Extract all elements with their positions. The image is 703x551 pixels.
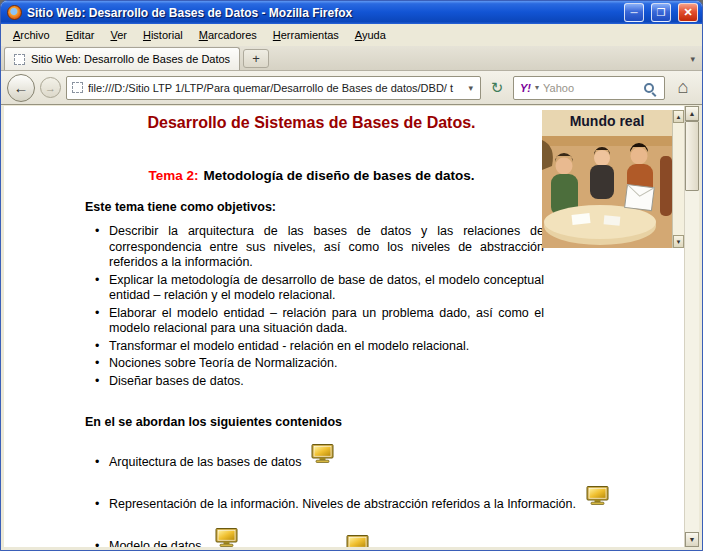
page-content: Desarrollo de Sistemas de Bases de Datos… [4, 106, 699, 547]
minimize-button[interactable]: ─ [624, 3, 644, 22]
menubar: Archivo Editar Ver Historial Marcadores … [1, 24, 702, 46]
tema-heading: Tema 2:Metodología de diseño de bases de… [79, 168, 544, 183]
list-item: •Nociones sobre Teoría de Normalización. [79, 356, 544, 372]
list-item: • Modelo de datos. [79, 536, 544, 547]
computer-icon[interactable] [215, 528, 238, 547]
scroll-up-icon[interactable]: ▲ [685, 106, 699, 121]
urlbar-dropdown-icon[interactable]: ▾ [466, 83, 475, 93]
computer-icon[interactable] [311, 444, 334, 463]
menu-editar[interactable]: Editar [58, 26, 103, 44]
firefox-window: Sitio Web: Desarrollo de Bases de Datos … [0, 0, 703, 551]
back-button[interactable]: ← [7, 74, 35, 102]
search-input[interactable]: Yahoo [543, 82, 640, 94]
list-item: •Diseñar bases de datos. [79, 374, 544, 390]
search-engine-dropdown-icon[interactable]: ▾ [535, 83, 539, 92]
image-caption: Mundo real [542, 113, 672, 129]
page-icon [14, 54, 25, 65]
new-tab-button[interactable]: + [243, 49, 269, 68]
maximize-button[interactable]: ❐ [651, 3, 671, 22]
menu-ayuda[interactable]: Ayuda [347, 26, 394, 44]
contents-list: • Arquitectura de las bases de datos • R… [79, 452, 544, 547]
tema-label: Tema 2: [149, 168, 199, 183]
search-box[interactable]: Y! ▾ Yahoo [513, 76, 665, 100]
list-item: •Describir la arquitectura de las bases … [79, 224, 544, 271]
computer-icon[interactable] [346, 535, 369, 547]
menu-herramientas[interactable]: Herramientas [265, 26, 347, 44]
list-item: •Elaborar el modelo entidad – relación p… [79, 306, 544, 337]
list-item: • Representación de la información. Nive… [79, 494, 544, 513]
forward-button[interactable]: → [40, 77, 61, 98]
tema-text: Metodología de diseño de bases de datos. [204, 168, 475, 183]
menu-marcadores[interactable]: Marcadores [191, 26, 265, 44]
home-button[interactable]: ⌂ [670, 75, 696, 101]
url-bar[interactable]: file:///D:/Sitio LTP 1/LTP/Para quemar/D… [66, 76, 481, 100]
page-title: Desarrollo de Sistemas de Bases de Datos… [79, 114, 544, 132]
mundo-real-frame: Mundo real ▲ ▼ [542, 110, 684, 248]
search-icon[interactable] [644, 83, 654, 93]
objectives-heading: Este tema tiene como objetivos: [85, 200, 544, 214]
firefox-icon[interactable] [7, 5, 22, 20]
computer-icon-partial[interactable] [346, 535, 369, 547]
tab-label: Sitio Web: Desarrollo de Bases de Datos [31, 53, 230, 65]
list-item: •Explicar la metodología de desarrollo d… [79, 273, 544, 304]
frame-scroll-up-icon[interactable]: ▲ [673, 110, 684, 123]
office-clipart [542, 110, 672, 248]
titlebar: Sitio Web: Desarrollo de Bases de Datos … [1, 1, 702, 24]
objectives-list: •Describir la arquitectura de las bases … [79, 224, 544, 389]
scrollbar-thumb[interactable] [685, 121, 699, 191]
tab-bar: Sitio Web: Desarrollo de Bases de Datos … [1, 46, 702, 71]
list-item: • Arquitectura de las bases de datos [79, 452, 544, 471]
scroll-down-icon[interactable]: ▼ [685, 532, 699, 547]
menu-historial[interactable]: Historial [135, 26, 191, 44]
url-text[interactable]: file:///D:/Sitio LTP 1/LTP/Para quemar/D… [88, 82, 461, 94]
menu-ver[interactable]: Ver [102, 26, 135, 44]
tab-active[interactable]: Sitio Web: Desarrollo de Bases de Datos [4, 47, 240, 70]
text-column: Desarrollo de Sistemas de Bases de Datos… [79, 114, 544, 547]
yahoo-logo: Y! [520, 82, 531, 94]
site-identity-icon[interactable] [72, 82, 83, 93]
frame-scroll-down-icon[interactable]: ▼ [673, 235, 684, 248]
computer-icon[interactable] [586, 486, 609, 505]
vertical-scrollbar[interactable]: ▲ ▼ [684, 106, 699, 547]
frame-scrollbar[interactable]: ▲ ▼ [672, 110, 684, 248]
close-button[interactable]: ✕ [678, 3, 698, 22]
window-title: Sitio Web: Desarrollo de Bases de Datos … [27, 6, 617, 20]
reload-button[interactable]: ↻ [486, 77, 508, 99]
contents-heading: En el se abordan los siguientes contenid… [85, 415, 544, 429]
list-item: •Transformar el modelo entidad - relació… [79, 339, 544, 355]
mundo-real-image: Mundo real [542, 110, 672, 248]
navigation-toolbar: ← → file:///D:/Sitio LTP 1/LTP/Para quem… [1, 71, 702, 105]
list-tabs-chevron-icon[interactable]: ▾ [690, 54, 695, 64]
menu-archivo[interactable]: Archivo [5, 26, 58, 44]
